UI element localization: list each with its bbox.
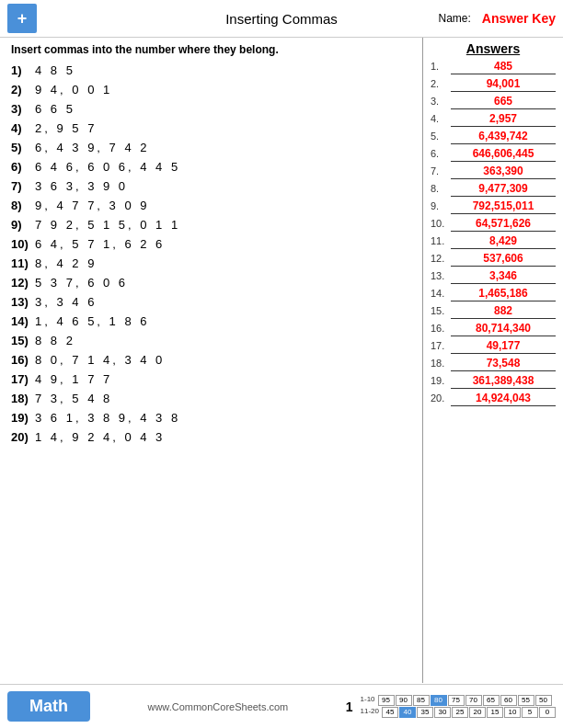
answer-value: 49,177: [451, 339, 556, 354]
answer-value: 64,571,626: [451, 217, 556, 232]
problem-number: 10): [11, 237, 35, 251]
answer-row: 9.792,515,011: [431, 199, 556, 214]
answer-row: 8.9,477,309: [431, 182, 556, 197]
problem-number: 4): [11, 121, 35, 135]
problem-row: 14)1, 4 6 5, 1 8 6: [11, 314, 411, 328]
problem-number: 3): [11, 102, 35, 116]
problem-number: 2): [11, 83, 35, 97]
answer-row: 2.94,001: [431, 77, 556, 92]
answer-value: 1,465,186: [451, 287, 556, 301]
answer-value: 9,477,309: [451, 182, 556, 197]
problem-digits: 5 3 7, 6 0 6: [35, 276, 128, 290]
problem-row: 16)8 0, 7 1 4, 3 4 0: [11, 353, 411, 367]
problem-digits: 8 8 2: [35, 334, 75, 347]
answer-row: 20.14,924,043: [431, 392, 556, 406]
name-label: Name:: [439, 12, 471, 25]
problem-number: 18): [11, 392, 35, 405]
problem-number: 6): [11, 160, 35, 174]
problem-row: 10)6 4, 5 7 1, 6 2 6: [11, 237, 411, 251]
answer-number: 20.: [431, 392, 451, 404]
problem-digits: 3 6 1, 3 8 9, 4 3 8: [35, 411, 180, 425]
problem-digits: 7 3, 5 4 8: [35, 392, 112, 405]
problem-number: 14): [11, 314, 35, 328]
problem-row: 15)8 8 2: [11, 334, 411, 347]
problem-digits: 4 8 5: [35, 63, 75, 77]
problem-row: 3)6 6 5: [11, 102, 411, 116]
answer-value: 73,548: [451, 357, 556, 371]
problem-row: 12)5 3 7, 6 0 6: [11, 276, 411, 290]
problem-number: 20): [11, 430, 35, 444]
answer-number: 15.: [431, 305, 451, 316]
answer-value: 6,439,742: [451, 130, 556, 144]
problem-digits: 9 4, 0 0 1: [35, 83, 112, 97]
answer-number: 12.: [431, 253, 451, 264]
answer-row: 12.537,606: [431, 252, 556, 267]
problem-digits: 7 9 2, 5 1 5, 0 1 1: [35, 218, 180, 232]
answer-number: 5.: [431, 131, 451, 142]
answer-value: 2,957: [451, 112, 556, 127]
answer-row: 5.6,439,742: [431, 130, 556, 144]
answer-number: 11.: [431, 235, 451, 246]
problem-digits: 6 6 5: [35, 102, 75, 116]
problem-number: 13): [11, 295, 35, 309]
answer-value: 80,714,340: [451, 322, 556, 336]
answer-number: 2.: [431, 78, 451, 89]
answer-value: 361,389,438: [451, 374, 556, 389]
problem-number: 19): [11, 411, 35, 425]
page-title: Inserting Commas: [225, 11, 338, 27]
problem-digits: 1 4, 9 2 4, 0 4 3: [35, 430, 165, 444]
answer-number: 1.: [431, 61, 451, 72]
footer-stats: 1-10 95 90 85 80 75 70 65 60 55 50 11-20…: [361, 695, 556, 719]
stats-row-1: 1-10 95 90 85 80 75 70 65 60 55 50: [361, 695, 556, 706]
problem-digits: 6 4 6, 6 0 6, 4 4 5: [35, 160, 180, 174]
problem-row: 4)2, 9 5 7: [11, 121, 411, 135]
answer-value: 8,429: [451, 234, 556, 249]
problem-digits: 3 6 3, 3 9 0: [35, 179, 128, 193]
header: + Inserting Commas Name: Answer Key: [0, 0, 563, 38]
answer-row: 6.646,606,445: [431, 147, 556, 162]
answer-value: 792,515,011: [451, 199, 556, 214]
answer-number: 8.: [431, 183, 451, 194]
problem-digits: 4 9, 1 7 7: [35, 372, 112, 386]
footer: Math www.CommonCoreSheets.com 1 1-10 95 …: [0, 684, 563, 728]
problem-digits: 1, 4 6 5, 1 8 6: [35, 314, 150, 328]
problem-digits: 8 0, 7 1 4, 3 4 0: [35, 353, 165, 367]
problem-digits: 2, 9 5 7: [35, 121, 97, 135]
answer-value: 14,924,043: [451, 392, 556, 406]
logo-icon: +: [7, 4, 37, 33]
main-container: Insert commas into the number where they…: [0, 38, 563, 683]
stats-row-2: 11-20 45 40 35 30 25 20 15 10 5 0: [361, 707, 556, 718]
math-badge: Math: [7, 691, 90, 722]
answer-number: 4.: [431, 113, 451, 124]
problem-digits: 6, 4 3 9, 7 4 2: [35, 141, 150, 154]
answer-key-label: Answer Key: [482, 11, 556, 26]
answer-number: 7.: [431, 165, 451, 176]
problem-row: 13)3, 3 4 6: [11, 295, 411, 309]
answer-row: 14.1,465,186: [431, 287, 556, 301]
answer-row: 18.73,548: [431, 357, 556, 371]
answer-row: 16.80,714,340: [431, 322, 556, 336]
problem-digits: 3, 3 4 6: [35, 295, 97, 309]
problem-row: 9)7 9 2, 5 1 5, 0 1 1: [11, 218, 411, 232]
answer-number: 18.: [431, 358, 451, 369]
answer-value: 485: [451, 60, 556, 74]
problem-number: 11): [11, 256, 35, 270]
answer-row: 10.64,571,626: [431, 217, 556, 232]
answer-number: 3.: [431, 96, 451, 107]
problem-row: 19)3 6 1, 3 8 9, 4 3 8: [11, 411, 411, 425]
problem-row: 11)8, 4 2 9: [11, 256, 411, 270]
problem-number: 17): [11, 372, 35, 386]
problem-row: 6)6 4 6, 6 0 6, 4 4 5: [11, 160, 411, 174]
answer-number: 6.: [431, 148, 451, 159]
right-panel: Answers 1.4852.94,0013.6654.2,9575.6,439…: [423, 38, 563, 683]
answer-row: 7.363,390: [431, 165, 556, 179]
answer-number: 13.: [431, 270, 451, 281]
answer-row: 17.49,177: [431, 339, 556, 354]
problem-row: 5)6, 4 3 9, 7 4 2: [11, 141, 411, 154]
answer-value: 646,606,445: [451, 147, 556, 162]
answer-number: 9.: [431, 200, 451, 211]
problem-number: 16): [11, 353, 35, 367]
problem-digits: 8, 4 2 9: [35, 256, 97, 270]
answer-value: 537,606: [451, 252, 556, 267]
problem-row: 7)3 6 3, 3 9 0: [11, 179, 411, 193]
